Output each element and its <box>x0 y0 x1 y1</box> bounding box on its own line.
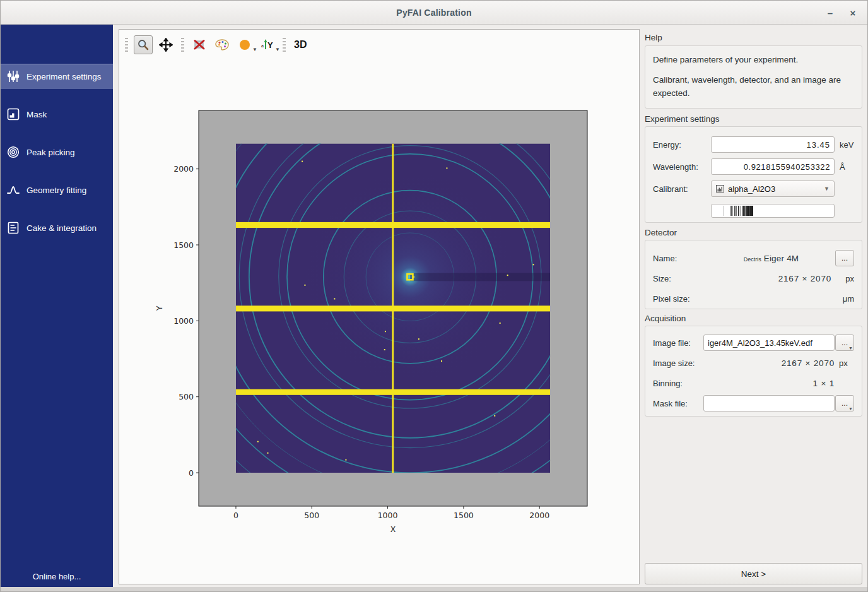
hot-pixel <box>500 323 501 324</box>
plot-toolbar: ▼ a Y ▼ 3D <box>123 33 309 56</box>
toolbar-grip[interactable] <box>125 38 128 52</box>
minimize-button[interactable]: – <box>822 4 838 21</box>
detector-size-label: Size: <box>653 274 711 283</box>
sidebar-item-cake-integration[interactable]: Cake & integration <box>1 215 113 240</box>
pan-tool-button[interactable] <box>156 35 175 54</box>
sliders-icon <box>6 69 20 83</box>
remove-image-button[interactable] <box>190 35 209 54</box>
y-axis-orientation-button[interactable]: a Y ▼ <box>258 35 277 54</box>
sidebar-item-peak-picking[interactable]: Peak picking <box>1 139 113 165</box>
binning-value: 1 × 1 <box>703 379 835 388</box>
y-tick-label: 0 <box>189 468 194 478</box>
hot-pixel <box>302 161 303 162</box>
colormap-palette-icon <box>214 38 230 52</box>
mask-file-input[interactable] <box>703 395 835 411</box>
detector-brand: Dectris <box>744 256 761 263</box>
zoom-icon <box>137 38 150 51</box>
detector-name-label: Name: <box>653 254 711 263</box>
rings-target-icon <box>6 145 20 159</box>
diffraction-plot[interactable]: 05001000150020000500100015002000XY <box>119 59 639 584</box>
experiment-section-title: Experiment settings <box>645 114 720 124</box>
dropdown-caret-icon: ▼ <box>275 47 280 52</box>
x-tick-label: 0 <box>233 511 238 520</box>
marker-color-icon <box>238 38 251 51</box>
calibrant-select[interactable]: alpha_Al2O3 ▼ <box>711 181 835 197</box>
dropdown-caret-icon: ▼ <box>848 346 853 350</box>
image-size-label: Image size: <box>653 358 703 368</box>
binning-label: Binning: <box>653 379 703 388</box>
y-axis-label: Y <box>155 305 164 311</box>
detector-browse-button[interactable]: ... <box>835 250 854 266</box>
x-tick-label: 1000 <box>378 511 398 520</box>
dropdown-caret-icon: ▼ <box>848 406 853 411</box>
hot-pixel <box>507 275 508 276</box>
colormap-button[interactable] <box>213 35 232 54</box>
x-tick-label: 500 <box>304 511 319 520</box>
help-box: Define parameters of your experiment. Ca… <box>645 45 862 109</box>
online-help-link[interactable]: Online help... <box>1 572 113 581</box>
detector-size-unit: px <box>831 274 854 283</box>
close-button[interactable]: × <box>845 4 861 21</box>
window-bottom-edge <box>1 587 867 591</box>
pan-icon <box>159 38 173 52</box>
hot-pixel <box>494 415 495 417</box>
mask-file-browse-button[interactable]: ...▼ <box>835 395 854 411</box>
pixel-size-unit: μm <box>831 294 854 304</box>
x-tick-label: 2000 <box>529 511 549 520</box>
detector-section-title: Detector <box>645 228 677 237</box>
image-file-label: Image file: <box>653 338 703 348</box>
zoom-tool-button[interactable] <box>134 35 153 54</box>
help-text-line1: Define parameters of your experiment. <box>653 54 854 66</box>
x-tick-label: 1500 <box>454 511 474 520</box>
experiment-groupbox: Energy: keV Wavelength: Å Calibrant: alp… <box>645 126 862 223</box>
hot-pixel <box>446 167 447 169</box>
sidebar-item-label: Mask <box>26 110 47 119</box>
help-text-line2: Calibrant, wavelength, detector, and an … <box>653 74 854 100</box>
detector-name-value: Dectris Eiger 4M <box>711 254 831 263</box>
settings-panel: Help Define parameters of your experimen… <box>640 25 868 592</box>
calibrant-histogram-icon <box>716 185 724 192</box>
x-axis-label: X <box>390 524 396 534</box>
document-lines-icon <box>6 221 20 235</box>
hot-pixel <box>418 338 419 340</box>
toolbar-grip[interactable] <box>283 38 286 52</box>
hot-pixel <box>304 285 305 286</box>
wavelength-input[interactable] <box>711 158 835 175</box>
remove-image-icon <box>192 38 206 52</box>
sidebar-item-label: Experiment settings <box>26 72 102 81</box>
y-tick-label: 2000 <box>173 164 194 174</box>
app-window: PyFAI Calibration – × Experiment setting… <box>0 0 868 592</box>
image-file-input[interactable] <box>703 334 835 351</box>
help-section-title: Help <box>645 33 662 42</box>
hot-pixel <box>267 453 268 454</box>
module-gap-vertical <box>392 143 394 473</box>
peak-curve-icon <box>6 183 20 197</box>
sidebar-item-experiment-settings[interactable]: Experiment settings <box>1 64 113 89</box>
next-button[interactable]: Next > <box>645 563 862 584</box>
calibrant-rings-preview <box>711 204 835 218</box>
sidebar-item-label: Geometry fitting <box>26 186 86 195</box>
energy-input[interactable] <box>711 136 835 153</box>
mask-icon <box>6 107 20 121</box>
hot-pixel <box>385 331 386 332</box>
toolbar-grip[interactable] <box>181 38 184 52</box>
image-file-browse-button[interactable]: ...▼ <box>835 334 854 351</box>
wavelength-unit: Å <box>840 162 854 172</box>
hot-pixel <box>334 298 335 299</box>
sidebar: Experiment settings Mask Peak picking <box>1 25 113 588</box>
sidebar-item-label: Peak picking <box>26 148 75 157</box>
sidebar-item-geometry-fitting[interactable]: Geometry fitting <box>1 177 113 203</box>
svg-text:a: a <box>261 44 264 48</box>
dropdown-caret-icon: ▼ <box>824 186 830 192</box>
hot-pixel <box>533 264 534 265</box>
calibrant-label: Calibrant: <box>653 184 711 194</box>
acquisition-section-title: Acquisition <box>645 314 686 323</box>
y-tick-label: 1500 <box>173 240 194 250</box>
mask-file-label: Mask file: <box>653 399 703 408</box>
view-3d-button[interactable]: 3D <box>291 39 309 50</box>
detector-size-value: 2167 × 2070 <box>711 274 831 283</box>
energy-label: Energy: <box>653 140 711 150</box>
window-title: PyFAI Calibration <box>396 8 471 18</box>
sidebar-item-mask[interactable]: Mask <box>1 102 113 127</box>
marker-color-button[interactable]: ▼ <box>235 35 254 54</box>
